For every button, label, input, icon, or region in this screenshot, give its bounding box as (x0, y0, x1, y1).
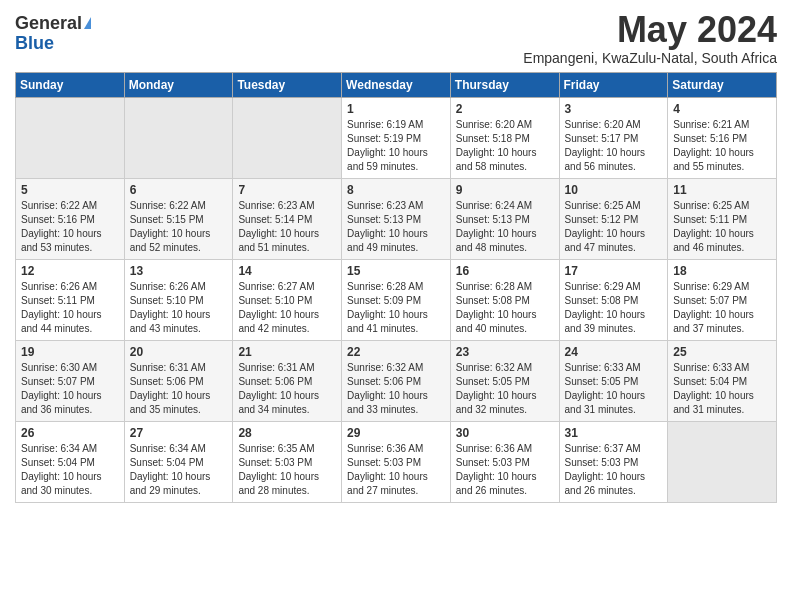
logo-blue-text: Blue (15, 33, 54, 53)
day-info: Sunrise: 6:24 AMSunset: 5:13 PMDaylight:… (456, 199, 554, 255)
day-number: 20 (130, 345, 228, 359)
day-number: 15 (347, 264, 445, 278)
day-cell-1: 1Sunrise: 6:19 AMSunset: 5:19 PMDaylight… (342, 97, 451, 178)
header-cell-friday: Friday (559, 72, 668, 97)
day-info: Sunrise: 6:29 AMSunset: 5:08 PMDaylight:… (565, 280, 663, 336)
day-cell-8: 8Sunrise: 6:23 AMSunset: 5:13 PMDaylight… (342, 178, 451, 259)
day-cell-23: 23Sunrise: 6:32 AMSunset: 5:05 PMDayligh… (450, 340, 559, 421)
day-number: 26 (21, 426, 119, 440)
day-number: 28 (238, 426, 336, 440)
header-row: SundayMondayTuesdayWednesdayThursdayFrid… (16, 72, 777, 97)
header-cell-tuesday: Tuesday (233, 72, 342, 97)
day-cell-empty (668, 421, 777, 502)
day-cell-22: 22Sunrise: 6:32 AMSunset: 5:06 PMDayligh… (342, 340, 451, 421)
title-block: May 2024 Empangeni, KwaZulu-Natal, South… (523, 10, 777, 66)
day-number: 27 (130, 426, 228, 440)
location-subtitle: Empangeni, KwaZulu-Natal, South Africa (523, 50, 777, 66)
day-number: 4 (673, 102, 771, 116)
day-cell-10: 10Sunrise: 6:25 AMSunset: 5:12 PMDayligh… (559, 178, 668, 259)
calendar-header: SundayMondayTuesdayWednesdayThursdayFrid… (16, 72, 777, 97)
day-info: Sunrise: 6:31 AMSunset: 5:06 PMDaylight:… (130, 361, 228, 417)
week-row-1: 5Sunrise: 6:22 AMSunset: 5:16 PMDaylight… (16, 178, 777, 259)
day-number: 30 (456, 426, 554, 440)
day-info: Sunrise: 6:20 AMSunset: 5:17 PMDaylight:… (565, 118, 663, 174)
day-number: 1 (347, 102, 445, 116)
day-info: Sunrise: 6:35 AMSunset: 5:03 PMDaylight:… (238, 442, 336, 498)
day-number: 18 (673, 264, 771, 278)
day-cell-26: 26Sunrise: 6:34 AMSunset: 5:04 PMDayligh… (16, 421, 125, 502)
day-cell-29: 29Sunrise: 6:36 AMSunset: 5:03 PMDayligh… (342, 421, 451, 502)
day-info: Sunrise: 6:30 AMSunset: 5:07 PMDaylight:… (21, 361, 119, 417)
calendar-body: 1Sunrise: 6:19 AMSunset: 5:19 PMDaylight… (16, 97, 777, 502)
day-info: Sunrise: 6:19 AMSunset: 5:19 PMDaylight:… (347, 118, 445, 174)
day-number: 11 (673, 183, 771, 197)
day-cell-14: 14Sunrise: 6:27 AMSunset: 5:10 PMDayligh… (233, 259, 342, 340)
day-cell-30: 30Sunrise: 6:36 AMSunset: 5:03 PMDayligh… (450, 421, 559, 502)
day-info: Sunrise: 6:26 AMSunset: 5:11 PMDaylight:… (21, 280, 119, 336)
day-number: 5 (21, 183, 119, 197)
day-number: 13 (130, 264, 228, 278)
day-info: Sunrise: 6:26 AMSunset: 5:10 PMDaylight:… (130, 280, 228, 336)
day-number: 31 (565, 426, 663, 440)
logo-general-text: General (15, 13, 82, 33)
day-info: Sunrise: 6:34 AMSunset: 5:04 PMDaylight:… (21, 442, 119, 498)
week-row-4: 26Sunrise: 6:34 AMSunset: 5:04 PMDayligh… (16, 421, 777, 502)
day-cell-5: 5Sunrise: 6:22 AMSunset: 5:16 PMDaylight… (16, 178, 125, 259)
day-cell-6: 6Sunrise: 6:22 AMSunset: 5:15 PMDaylight… (124, 178, 233, 259)
calendar-table: SundayMondayTuesdayWednesdayThursdayFrid… (15, 72, 777, 503)
logo-general-line: General (15, 14, 91, 34)
day-number: 24 (565, 345, 663, 359)
day-info: Sunrise: 6:22 AMSunset: 5:15 PMDaylight:… (130, 199, 228, 255)
day-cell-7: 7Sunrise: 6:23 AMSunset: 5:14 PMDaylight… (233, 178, 342, 259)
header-cell-monday: Monday (124, 72, 233, 97)
day-info: Sunrise: 6:37 AMSunset: 5:03 PMDaylight:… (565, 442, 663, 498)
day-cell-empty (124, 97, 233, 178)
day-cell-empty (233, 97, 342, 178)
day-info: Sunrise: 6:29 AMSunset: 5:07 PMDaylight:… (673, 280, 771, 336)
day-cell-3: 3Sunrise: 6:20 AMSunset: 5:17 PMDaylight… (559, 97, 668, 178)
day-number: 25 (673, 345, 771, 359)
day-info: Sunrise: 6:20 AMSunset: 5:18 PMDaylight:… (456, 118, 554, 174)
header-cell-sunday: Sunday (16, 72, 125, 97)
page-header: General Blue May 2024 Empangeni, KwaZulu… (15, 10, 777, 66)
day-cell-21: 21Sunrise: 6:31 AMSunset: 5:06 PMDayligh… (233, 340, 342, 421)
day-number: 16 (456, 264, 554, 278)
day-cell-19: 19Sunrise: 6:30 AMSunset: 5:07 PMDayligh… (16, 340, 125, 421)
day-info: Sunrise: 6:27 AMSunset: 5:10 PMDaylight:… (238, 280, 336, 336)
day-cell-25: 25Sunrise: 6:33 AMSunset: 5:04 PMDayligh… (668, 340, 777, 421)
day-info: Sunrise: 6:36 AMSunset: 5:03 PMDaylight:… (347, 442, 445, 498)
day-info: Sunrise: 6:25 AMSunset: 5:12 PMDaylight:… (565, 199, 663, 255)
day-number: 9 (456, 183, 554, 197)
month-title: May 2024 (523, 10, 777, 50)
day-cell-12: 12Sunrise: 6:26 AMSunset: 5:11 PMDayligh… (16, 259, 125, 340)
day-cell-18: 18Sunrise: 6:29 AMSunset: 5:07 PMDayligh… (668, 259, 777, 340)
day-info: Sunrise: 6:21 AMSunset: 5:16 PMDaylight:… (673, 118, 771, 174)
day-cell-9: 9Sunrise: 6:24 AMSunset: 5:13 PMDaylight… (450, 178, 559, 259)
day-info: Sunrise: 6:22 AMSunset: 5:16 PMDaylight:… (21, 199, 119, 255)
day-number: 22 (347, 345, 445, 359)
day-info: Sunrise: 6:25 AMSunset: 5:11 PMDaylight:… (673, 199, 771, 255)
day-number: 19 (21, 345, 119, 359)
day-info: Sunrise: 6:28 AMSunset: 5:08 PMDaylight:… (456, 280, 554, 336)
day-number: 21 (238, 345, 336, 359)
day-number: 14 (238, 264, 336, 278)
header-cell-thursday: Thursday (450, 72, 559, 97)
day-info: Sunrise: 6:34 AMSunset: 5:04 PMDaylight:… (130, 442, 228, 498)
day-cell-15: 15Sunrise: 6:28 AMSunset: 5:09 PMDayligh… (342, 259, 451, 340)
day-number: 2 (456, 102, 554, 116)
day-info: Sunrise: 6:28 AMSunset: 5:09 PMDaylight:… (347, 280, 445, 336)
day-info: Sunrise: 6:33 AMSunset: 5:05 PMDaylight:… (565, 361, 663, 417)
logo-triangle-icon (84, 17, 91, 29)
day-cell-empty (16, 97, 125, 178)
day-number: 8 (347, 183, 445, 197)
day-info: Sunrise: 6:32 AMSunset: 5:05 PMDaylight:… (456, 361, 554, 417)
day-cell-16: 16Sunrise: 6:28 AMSunset: 5:08 PMDayligh… (450, 259, 559, 340)
day-info: Sunrise: 6:31 AMSunset: 5:06 PMDaylight:… (238, 361, 336, 417)
day-cell-20: 20Sunrise: 6:31 AMSunset: 5:06 PMDayligh… (124, 340, 233, 421)
day-cell-17: 17Sunrise: 6:29 AMSunset: 5:08 PMDayligh… (559, 259, 668, 340)
day-number: 29 (347, 426, 445, 440)
day-info: Sunrise: 6:23 AMSunset: 5:13 PMDaylight:… (347, 199, 445, 255)
day-number: 7 (238, 183, 336, 197)
header-cell-saturday: Saturday (668, 72, 777, 97)
day-number: 3 (565, 102, 663, 116)
